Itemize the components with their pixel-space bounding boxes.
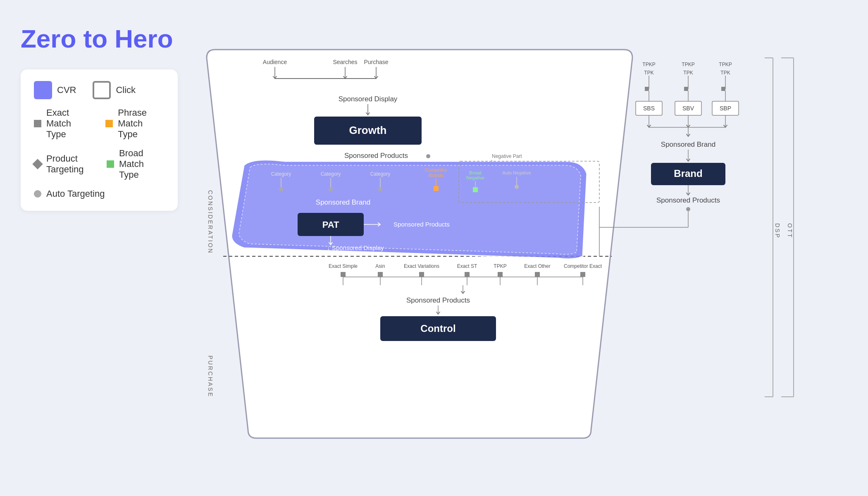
tpk3: TPK [720,70,730,76]
svg-point-11 [378,187,382,191]
legend-phrase-item: Phrase Match Type [105,107,165,140]
purchase-top-label: Purchase [364,59,388,65]
svg-rect-17 [473,187,478,192]
svg-point-39 [686,207,690,211]
svg-rect-45 [419,272,424,277]
pat-label: PAT [322,219,339,230]
page-title: Zero to Hero [21,25,178,53]
sponsored-products-bottom: Sponsored Products [406,296,470,304]
legend-row-2: Exact Match Type Phrase Match Type [34,107,165,140]
brand-label: Brand [674,168,702,179]
sponsored-display-top: Sponsored Display [339,95,398,103]
audience-label: Audience [263,59,287,65]
svg-rect-30 [721,87,725,91]
purchase-label: PURCHASE [207,355,214,398]
legend-broad-item: Broad Match Type [107,148,165,180]
legend-product-item: Product Targeting [34,153,90,175]
competitor-brands-label: Competitor [425,167,447,172]
left-panel: Zero to Hero CVR Click Exact Match Type [12,17,186,219]
sponsored-brand-right: Sponsored Brand [661,141,715,148]
legend-cvr-item: CVR [34,81,76,99]
svg-rect-43 [341,272,346,277]
svg-rect-47 [498,272,503,277]
control-label: Control [420,323,455,334]
product-icon [32,159,43,169]
auto-negative-label: Auto Negative [502,170,531,175]
legend-row-1: CVR Click [34,81,165,99]
exact-icon [34,120,41,127]
tpk2: TPK [683,70,693,76]
legend-click-item: Click [93,81,136,99]
consideration-label: CONSIDERATION [207,190,214,254]
sp-inner-label: Sponsored Products [393,221,450,228]
sponsored-brand-inner: Sponsored Brand [316,198,370,206]
cvr-label: CVR [57,85,76,95]
sbp-label: SBP [720,105,731,112]
phrase-label: Phrase Match Type [118,107,165,140]
cvr-icon [34,81,52,99]
legend-auto-item: Auto Targeting [34,188,105,199]
sd-inner-label: ↓ Sponsored Display [327,244,384,251]
diagram-container: CONSIDERATION PURCHASE Audience Searches… [203,17,856,479]
legend-box: CVR Click Exact Match Type Phrase Match … [21,69,178,211]
tpk1: TPK [644,70,653,76]
exact-st-label: Exact ST [457,263,477,269]
sbv-label: SBV [682,105,694,112]
click-icon [93,81,111,99]
click-label: Click [116,85,136,95]
tpkp1: TPKP [642,62,655,67]
negative-part-label: Negative Part [492,153,522,159]
broad-icon [107,160,114,168]
svg-point-9 [329,187,333,191]
category2-label: Category [321,171,341,177]
main-container: Zero to Hero CVR Click Exact Match Type [0,0,868,496]
growth-label: Growth [349,124,387,136]
svg-text:Brands: Brands [429,173,444,178]
sbs-label: SBS [643,105,655,112]
auto-label: Auto Targeting [46,188,105,199]
svg-point-7 [279,187,283,191]
phrase-icon [105,120,113,127]
exact-simple: Exact Simple [329,263,358,269]
svg-rect-27 [684,87,688,91]
svg-text:Negative: Negative [466,175,484,180]
svg-point-4 [426,154,430,158]
svg-rect-44 [378,272,383,277]
competitor-exact: Competitor Exact [564,263,602,269]
legend-row-4: Auto Targeting [34,188,165,199]
ott-label: OTT [787,223,793,238]
svg-rect-14 [434,186,439,191]
exact-variations: Exact Variations [404,263,439,269]
category1-label: Category [271,171,291,177]
tpkp2: TPKP [682,62,694,67]
exact-label: Exact Match Type [46,107,89,140]
diagram-svg: CONSIDERATION PURCHASE Audience Searches… [203,17,856,479]
sponsored-products-top: Sponsored Products [344,152,408,160]
broad-negative-label: Broad [469,170,481,175]
broad-label: Broad Match Type [119,148,165,180]
svg-rect-49 [580,272,585,277]
category3-label: Category [370,171,391,177]
product-label: Product Targeting [46,153,90,175]
legend-exact-item: Exact Match Type [34,107,89,140]
legend-row-3: Product Targeting Broad Match Type [34,148,165,180]
asin-label: Asin [375,263,385,269]
svg-rect-46 [465,272,470,277]
svg-point-19 [515,185,519,189]
tpkp-bottom: TPKP [494,263,506,269]
tpkp3: TPKP [719,62,732,67]
exact-other: Exact Other [524,263,550,269]
dsp-label: DSP [774,223,781,239]
searches-label: Searches [333,59,357,65]
svg-rect-48 [535,272,540,277]
sponsored-products-right: Sponsored Products [656,196,720,204]
svg-rect-24 [645,87,649,91]
auto-icon [34,190,41,198]
